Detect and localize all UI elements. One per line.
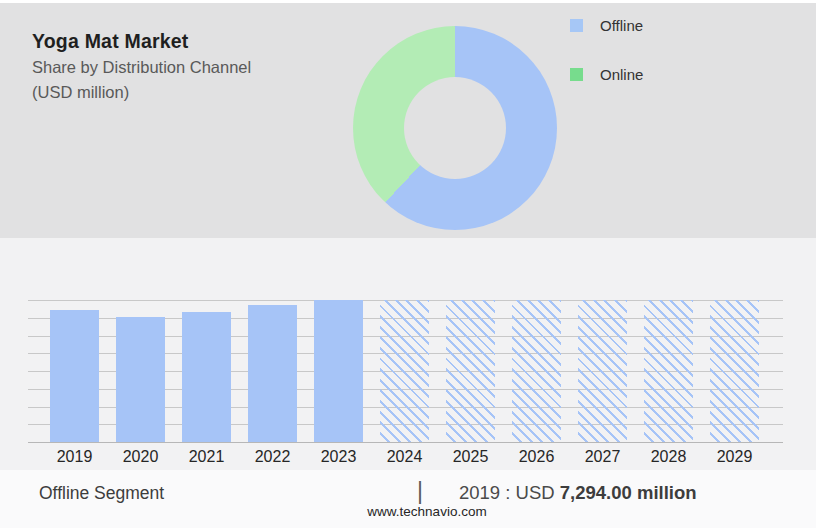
subtitle-line-2: (USD million) (32, 83, 129, 101)
x-axis-line (28, 442, 783, 443)
value-amount: 7,294.00 million (560, 482, 697, 503)
page-subtitle: Share by Distribution Channel(USD millio… (32, 55, 251, 104)
bar-2028-forecast (644, 300, 693, 442)
bar-2027-forecast (578, 300, 627, 442)
x-tick-label: 2027 (570, 448, 636, 466)
value-annotation: 2019 : USD 7,294.00 million (459, 482, 697, 504)
x-tick-label: 2020 (108, 448, 174, 466)
bar-2026-forecast (512, 300, 561, 442)
header-panel: Yoga Mat Market Share by Distribution Ch… (0, 3, 816, 238)
x-tick-label: 2026 (504, 448, 570, 466)
legend-label-online: Online (600, 66, 643, 83)
x-tick-label: 2028 (636, 448, 702, 466)
website-url: www.technavio.com (38, 504, 816, 519)
legend-label-offline: Offline (600, 17, 643, 34)
x-tick-label: 2021 (174, 448, 240, 466)
chart-panel: 2019202020212022202320242025202620272028… (0, 238, 816, 528)
bar-2022 (248, 305, 297, 442)
bar-2021 (182, 312, 231, 442)
offline-swatch-icon (570, 19, 583, 32)
bar-2025-forecast (446, 300, 495, 442)
value-prefix: 2019 : USD (459, 482, 560, 503)
online-swatch-icon (570, 68, 583, 81)
legend-item-offline: Offline (570, 17, 643, 33)
bar-chart: 2019202020212022202320242025202620272028… (28, 300, 783, 442)
bar-2024-forecast (380, 300, 429, 442)
bar-2019 (50, 310, 99, 442)
x-tick-label: 2019 (42, 448, 108, 466)
page-title: Yoga Mat Market (32, 30, 189, 53)
subtitle-line-1: Share by Distribution Channel (32, 58, 251, 76)
x-tick-label: 2025 (438, 448, 504, 466)
legend-item-online: Online (570, 66, 643, 82)
segment-label: Offline Segment (39, 483, 164, 504)
infographic-root: Yoga Mat Market Share by Distribution Ch… (0, 0, 816, 528)
bar-2020 (116, 317, 165, 442)
donut-chart (353, 26, 557, 230)
separator-bar: | (417, 478, 423, 505)
x-tick-label: 2029 (702, 448, 768, 466)
x-tick-label: 2024 (372, 448, 438, 466)
bar-2029-forecast (710, 300, 759, 442)
x-tick-label: 2023 (306, 448, 372, 466)
bar-2023 (314, 300, 363, 442)
x-tick-label: 2022 (240, 448, 306, 466)
